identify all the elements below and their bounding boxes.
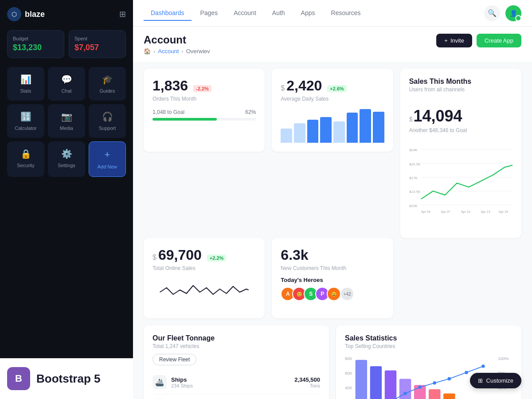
daily-sales-badge: +2.6% [327, 85, 347, 92]
budget-label: Budget [13, 36, 59, 41]
support-icon: 🎧 [102, 111, 113, 122]
daily-sales-prefix: $ [281, 84, 285, 92]
tab-apps[interactable]: Apps [294, 6, 322, 21]
svg-point-36 [448, 377, 451, 381]
sidebar-item-settings[interactable]: ⚙️ Settings [48, 141, 85, 177]
breadcrumb-home[interactable]: 🏠 [144, 48, 151, 55]
sliders-icon: ⊞ [478, 377, 483, 384]
sidebar-item-media[interactable]: 📷 Media [48, 104, 85, 138]
bootstrap-logo: B [7, 367, 30, 390]
svg-text:$20.5K: $20.5K [409, 162, 421, 166]
online-sales-prefix: $ [153, 254, 156, 262]
tab-auth[interactable]: Auth [265, 6, 292, 21]
svg-rect-28 [429, 389, 440, 399]
top-nav-actions: 🔍 👤 [484, 5, 521, 21]
orders-card: 1,836 -2.2% Orders This Month 1,048 to G… [144, 69, 265, 152]
budget-cards: Budget $13,230 Spent $7,057 [7, 30, 126, 58]
sidebar-item-security[interactable]: 🔒 Security [7, 141, 44, 177]
svg-text:$17K: $17K [409, 176, 418, 180]
daily-sales-value: 2,420 [286, 78, 322, 94]
svg-rect-23 [356, 360, 367, 399]
svg-point-37 [465, 371, 468, 374]
orders-label: Orders This Month [153, 96, 256, 102]
tab-account[interactable]: Account [227, 6, 263, 21]
bar-2 [294, 123, 305, 143]
sidebar-item-label: Settings [58, 163, 75, 168]
online-sales-label: Total Online Sales [153, 265, 256, 271]
svg-text:$24K: $24K [409, 148, 418, 152]
ships-unit: Tons [294, 383, 320, 388]
sales-stats-title: Sales Statistics [345, 334, 512, 342]
create-app-button[interactable]: Create App [477, 34, 521, 47]
svg-text:100%: 100% [498, 356, 509, 361]
page-content: Account 🏠 › Account › Overwiev + Invite … [133, 27, 532, 399]
plus-icon: + [444, 37, 448, 44]
tab-dashboards[interactable]: Dashboards [144, 6, 192, 21]
budget-card: Budget $13,230 [7, 30, 64, 58]
review-fleet-button[interactable]: Review Fleet [153, 354, 196, 365]
progress-goal-label: 1,048 to Goal [153, 109, 184, 115]
sidebar-item-add-new[interactable]: + Add New [89, 141, 126, 177]
top-nav-links: Dashboards Pages Account Auth Apps Resou… [144, 6, 368, 21]
page-header: Account 🏠 › Account › Overwiev + Invite … [133, 27, 532, 62]
ships-amount: 2,345,500 [294, 376, 320, 383]
ships-count: 234 Ships [171, 383, 290, 388]
fleet-card: Our Fleet Tonnage Total 1,247 vehicles R… [144, 325, 329, 399]
add-new-icon: + [105, 149, 110, 160]
sidebar-item-support[interactable]: 🎧 Support [89, 104, 126, 138]
calculator-icon: 🔢 [20, 111, 31, 122]
breadcrumb-account[interactable]: Account [158, 48, 179, 55]
chat-icon: 💬 [61, 74, 72, 85]
stats-icon: 📊 [20, 74, 31, 85]
breadcrumb: 🏠 › Account › Overwiev [144, 48, 210, 55]
sales-month-sub: Users from all channels [409, 86, 512, 93]
svg-text:Apr 07: Apr 07 [441, 210, 450, 214]
svg-text:800: 800 [345, 356, 352, 361]
search-button[interactable]: 🔍 [484, 5, 500, 21]
customize-button[interactable]: ⊞ Customize [470, 373, 521, 388]
sidebar-item-label: Add New [98, 164, 117, 169]
wave-chart [153, 277, 256, 309]
spent-card: Spent $7,057 [69, 30, 126, 58]
sales-month-title: Sales This Months [409, 78, 512, 86]
sidebar-item-label: Media [60, 125, 73, 131]
svg-text:600: 600 [345, 371, 352, 376]
daily-sales-chart [281, 107, 384, 143]
heroes-avatars: A 😊 S P 😄 +42 [281, 287, 384, 301]
user-avatar[interactable]: 👤 [505, 5, 521, 21]
daily-sales-label: Average Daily Sales [281, 96, 384, 102]
sidebar-item-chat[interactable]: 💬 Chat [48, 67, 85, 101]
bar-8 [373, 112, 384, 143]
invite-button[interactable]: + Invite [436, 34, 472, 47]
breadcrumb-page: Overwiev [186, 48, 210, 55]
tab-pages[interactable]: Pages [193, 6, 225, 21]
progress-bar-bg [153, 118, 256, 121]
orders-value: 1,836 [153, 78, 188, 94]
sidebar-item-guides[interactable]: 🎓 Guides [89, 67, 126, 101]
menu-icon[interactable]: ⊞ [119, 9, 126, 19]
bar-4 [320, 117, 332, 143]
bar-1 [281, 129, 292, 143]
heroes-title: Today's Heroes [281, 277, 384, 283]
bottom-grid: Our Fleet Tonnage Total 1,247 vehicles R… [144, 325, 521, 399]
online-sales-value: 69,700 [158, 247, 202, 263]
sidebar-item-stats[interactable]: 📊 Stats [7, 67, 44, 101]
svg-text:Apr 10: Apr 10 [461, 210, 470, 214]
hero-count: +42 [340, 287, 354, 301]
svg-text:400: 400 [345, 385, 352, 390]
tab-resources[interactable]: Resources [324, 6, 368, 21]
svg-point-34 [418, 385, 422, 389]
sidebar-item-label: Guides [100, 88, 115, 94]
svg-rect-24 [370, 366, 382, 399]
budget-value: $13,230 [13, 43, 59, 52]
online-sales-card: $ 69,700 +2.2% Total Online Sales [144, 238, 265, 318]
new-customers-label: New Customers This Month [281, 265, 384, 271]
sidebar-item-calculator[interactable]: 🔢 Calculator [7, 104, 44, 138]
breadcrumb-sep2: › [181, 48, 183, 55]
ships-name: Ships [171, 376, 290, 383]
svg-text:$13.5K: $13.5K [409, 190, 421, 194]
svg-rect-25 [385, 370, 396, 399]
new-customers-value: 6.3k [281, 247, 308, 263]
sales-month-goal: Another $48,346 to Goal [409, 127, 512, 133]
bootstrap-text: Bootstrap 5 [36, 372, 100, 386]
